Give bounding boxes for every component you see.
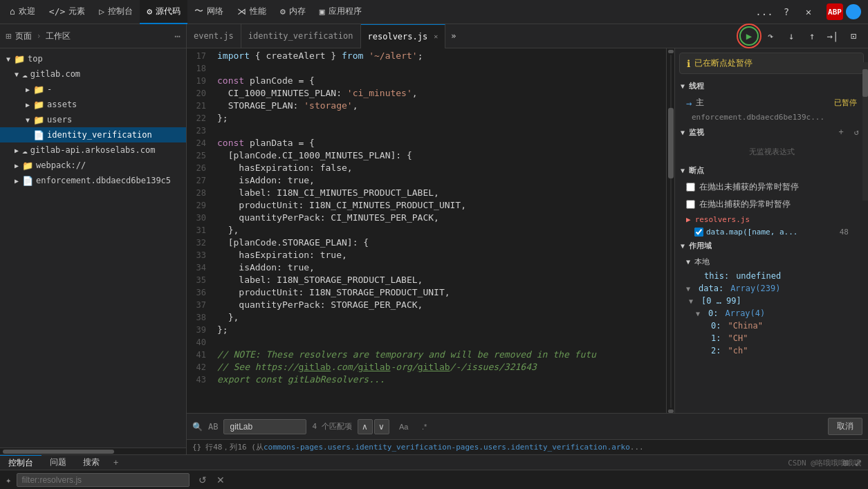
sidebar-item-assets[interactable]: ▶ 📁 assets — [0, 97, 186, 112]
debug-panel: ℹ 已在断点处暂停 ▼ 线程 → 主 已暂停 enforcement.dbdae… — [674, 48, 868, 413]
bp-caught-checkbox[interactable] — [686, 200, 695, 209]
second-row: ⊞ 页面 › 工作区 ⋯ event.js identity_verificat… — [0, 24, 868, 48]
watch-add-button[interactable]: + — [835, 126, 847, 138]
scope-data-0-0[interactable]: 0: "China" — [675, 320, 868, 332]
sidebar-item-dash[interactable]: ▶ 📁 - — [0, 82, 186, 97]
tab-memory[interactable]: ⚙ 内存 — [273, 0, 313, 24]
find-icon: 🔍 — [192, 422, 203, 432]
paused-banner: ℹ 已在断点处暂停 — [679, 53, 864, 74]
code-line-37: 37 quantityPerPack: STORAGE_PER_PACK, — [187, 299, 666, 311]
file-tab-resolvers[interactable]: resolvers.js ✕ — [361, 24, 446, 48]
breadcrumb-menu[interactable]: ⋯ — [175, 30, 181, 41]
bottom-breadcrumb: {} 行48，列16 (从 commons-pages.users.identi… — [187, 439, 868, 454]
sidebar-item-identity[interactable]: 📄 identity_verification — [0, 127, 186, 142]
bp-item-resolvers[interactable]: ▶ resolvers.js — [675, 213, 868, 226]
bottom-refresh-button[interactable]: ↺ — [195, 472, 210, 488]
sidebar-item-top[interactable]: ▼ 📁 top — [0, 51, 186, 66]
scope-data-0[interactable]: ▼ 0: Array(4) — [675, 307, 868, 320]
code-line-26: 26 hasExpiration: false, — [187, 162, 666, 174]
tab-network[interactable]: 〜 网络 — [187, 0, 230, 24]
find-regex[interactable]: .* — [416, 419, 434, 434]
code-line-32: 32 [planCode.STORAGE_PLAN]: { — [187, 237, 666, 249]
code-line-34: 34 isAddon: true, — [187, 261, 666, 274]
find-case-sensitive[interactable]: Aa — [395, 419, 413, 434]
folder-icon-users: 📁 — [33, 115, 44, 125]
abp-icon[interactable]: ABP — [827, 3, 843, 20]
find-input[interactable] — [223, 419, 306, 434]
code-line-24: 24 const planData = { — [187, 137, 666, 149]
thread-main[interactable]: → 主 已暂停 — [675, 94, 868, 111]
folder-icon-top: 📁 — [14, 54, 25, 64]
tab-console[interactable]: ▷ 控制台 — [92, 0, 140, 24]
debug-play-button[interactable]: ▶ — [739, 26, 759, 46]
debug-panel-scroll[interactable]: ℹ 已在断点处暂停 ▼ 线程 → 主 已暂停 enforcement.dbdae… — [675, 48, 868, 413]
tab-elements[interactable]: </> 元素 — [42, 0, 92, 24]
ext-icon-1[interactable] — [846, 4, 861, 19]
find-cancel-button[interactable]: 取消 — [828, 418, 862, 435]
vertical-scrollbar[interactable] — [666, 48, 674, 413]
debug-stop[interactable]: ⊡ — [844, 27, 862, 45]
code-line-33: 33 hasExpiration: true, — [187, 249, 666, 261]
breadcrumb-page[interactable]: 页面 — [15, 30, 32, 42]
code-line-21: 21 STORAGE_PLAN: 'storage', — [187, 100, 666, 112]
debug-step-over[interactable]: ↷ — [761, 27, 779, 45]
close-tab-resolvers[interactable]: ✕ — [434, 33, 438, 40]
code-line-18: 18 — [187, 62, 666, 75]
find-next-button[interactable]: ∨ — [374, 419, 389, 434]
sidebar-item-gitlab[interactable]: ▼ ☁ gitlab.com — [0, 66, 186, 82]
watch-refresh-button[interactable]: ↺ — [850, 126, 862, 138]
sidebar-item-enforcement[interactable]: ▶ 📄 enforcement.dbdaecd6be139c5 — [0, 173, 186, 188]
breadcrumb-link[interactable]: commons-pages.users.identity_verificatio… — [264, 443, 630, 452]
bp-checkbox-uncaught: 在抛出未捕获的异常时暂停 — [675, 178, 868, 196]
scope-data-0-1[interactable]: 1: "CH" — [675, 332, 868, 344]
scope-local-header[interactable]: ▼ 本地 — [675, 254, 868, 270]
find-match-count: 4 个匹配项 — [312, 421, 351, 432]
scope-data-range[interactable]: ▼ [0 … 99] — [675, 295, 868, 307]
sidebar-item-users[interactable]: ▼ 📁 users — [0, 112, 186, 127]
bottom-tab-search[interactable]: 搜索 — [75, 455, 108, 470]
code-editor[interactable]: 17 import { createAlert } from '~/alert'… — [187, 48, 666, 413]
tab-welcome[interactable]: ⌂ 欢迎 — [3, 0, 42, 24]
scope-this[interactable]: this: undefined — [675, 270, 868, 282]
debug-panel-scrollbar[interactable] — [862, 62, 868, 201]
tab-performance[interactable]: ⋊ 性能 — [230, 0, 273, 24]
code-line-17: 17 import { createAlert } from '~/alert'… — [187, 50, 666, 62]
find-nav: ∧ ∨ — [358, 419, 389, 434]
section-header-threads[interactable]: ▼ 线程 — [675, 78, 868, 94]
bp-uncaught-checkbox[interactable] — [686, 183, 695, 192]
debug-step-into[interactable]: ↓ — [782, 27, 800, 45]
file-tab-overflow[interactable]: » — [445, 31, 461, 41]
watch-empty: 无监视表达式 — [675, 141, 868, 163]
file-tab-event[interactable]: event.js — [187, 24, 241, 48]
sidebar-item-arkoselabs[interactable]: ▶ ☁ gitlab-api.arkoselabs.com — [0, 142, 186, 158]
code-line-43: 43 export const gitLabResolvers... — [187, 373, 666, 386]
bottom-tab-issues[interactable]: 问题 — [41, 455, 75, 470]
overflow-button[interactable]: ... — [756, 3, 773, 20]
scope-data[interactable]: ▼ data: Array(239) — [675, 282, 868, 295]
tab-source[interactable]: ⚙ 源代码 — [140, 0, 187, 24]
debug-step-out[interactable]: ↑ — [803, 27, 821, 45]
find-prev-button[interactable]: ∧ — [358, 419, 373, 434]
filter-input[interactable] — [17, 473, 190, 487]
file-tab-identity[interactable]: identity_verification — [241, 24, 361, 48]
tab-application[interactable]: ▣ 应用程序 — [313, 0, 369, 24]
breadcrumb-workspace[interactable]: 工作区 — [46, 30, 71, 42]
debug-continue[interactable]: →| — [824, 27, 842, 45]
sidebar-hscroll[interactable] — [0, 448, 186, 454]
sidebar-item-webpack[interactable]: ▶ 📁 webpack:// — [0, 158, 186, 173]
performance-icon: ⋊ — [237, 6, 246, 17]
bp-detail-checkbox[interactable] — [694, 228, 703, 237]
help-button[interactable]: ? — [778, 3, 795, 20]
bottom-add-button[interactable]: + — [108, 458, 124, 468]
bp-item-detail[interactable]: data.map([name, a... 48 — [675, 226, 868, 238]
section-header-scope[interactable]: ▼ 作用域 — [675, 238, 868, 254]
bottom-clear-button[interactable]: ✕ — [213, 472, 228, 488]
bottom-tab-console[interactable]: 控制台 — [0, 455, 41, 470]
sidebar-toggle[interactable]: ⊞ — [6, 30, 11, 41]
scope-data-0-2[interactable]: 2: "ch" — [675, 344, 868, 357]
thread-pointer-icon: → — [686, 98, 692, 109]
find-bar: 🔍 AB 4 个匹配项 ∧ ∨ Aa .* 取消 — [187, 413, 868, 439]
section-header-watch[interactable]: ▼ 监视 + ↺ — [675, 123, 868, 141]
close-button[interactable]: ✕ — [800, 3, 817, 20]
section-header-breakpoints[interactable]: ▼ 断点 — [675, 163, 868, 178]
